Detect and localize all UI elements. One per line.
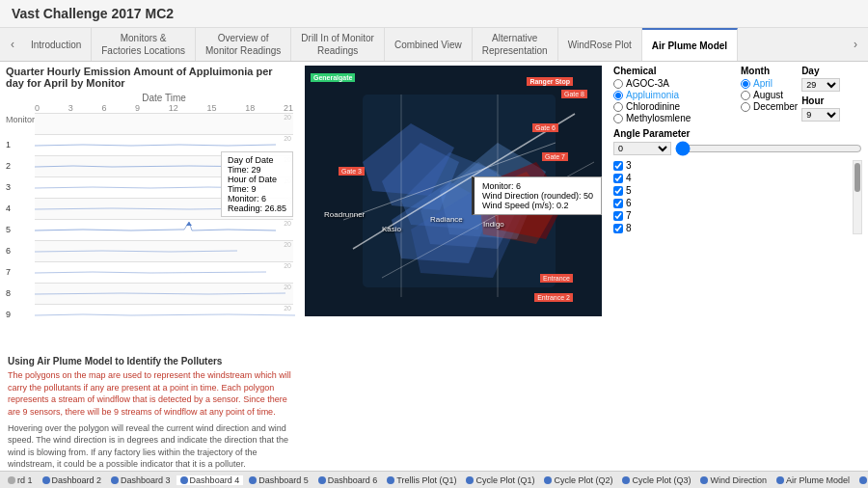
bottom-tab-dashboard6[interactable]: Dashboard 6 <box>314 475 382 485</box>
radio-methyl[interactable]: Methylosmlene <box>613 113 735 123</box>
tab-dot-d5 <box>249 476 257 484</box>
x-tick-15: 15 <box>207 103 217 113</box>
radio-chloro[interactable]: Chlorodinine <box>613 101 735 112</box>
radio-april-input[interactable] <box>741 79 750 89</box>
bottom-tab-dashboard3[interactable]: Dashboard 3 <box>107 475 175 485</box>
bottom-tab-air-plume[interactable]: Air Plume Model <box>773 475 854 485</box>
monitor-label-9: 9 <box>6 304 35 325</box>
description-panel: Using Air Plume Model to Identify the Po… <box>0 352 299 474</box>
bottom-tab-dashboard4[interactable]: Dashboard 4 <box>176 475 244 485</box>
bottom-tab-cycle-q3[interactable]: Cycle Plot (Q3) <box>618 475 694 485</box>
bottom-tab-rd1[interactable]: rd 1 <box>4 475 37 485</box>
radio-december-label: December <box>753 101 798 112</box>
tab-dot-d2 <box>42 476 50 484</box>
chart-plot-area: 20 20 20 <box>35 113 293 325</box>
monitor-8-checkbox[interactable] <box>613 224 623 233</box>
radio-methyl-input[interactable] <box>613 114 623 123</box>
tab-windrose[interactable]: WindRose Plot <box>558 28 642 61</box>
app-title: Vast Challenge 2017 MC2 <box>12 6 174 21</box>
radio-agoc-label: AGOC-3A <box>626 78 669 89</box>
monitor-3-checkbox[interactable] <box>613 161 623 171</box>
monitor-label-4: 4 <box>6 198 35 219</box>
monitor-check-6[interactable]: 6 <box>613 198 851 208</box>
monitor-4-checkbox[interactable] <box>613 174 623 183</box>
bottom-tab-trellis[interactable]: Trellis Plot (Q1) <box>383 475 460 485</box>
tab-label-trellis: Trellis Plot (Q1) <box>396 475 456 485</box>
map-tooltip-wind-speed: Wind Speed (m/s): 0.2 <box>482 201 593 210</box>
radio-appluimonia[interactable]: Appluimonia <box>613 90 735 100</box>
tab-dot-plume <box>776 476 784 484</box>
bottom-tab-dashboard2[interactable]: Dashboard 2 <box>39 475 106 485</box>
chart-line-5 <box>35 220 293 240</box>
chart-line-6 <box>35 241 293 261</box>
map-label-gate6: Gate 6 <box>532 123 558 132</box>
bottom-tab-story[interactable]: Story <box>855 475 868 485</box>
tab-introduction[interactable]: Introduction <box>21 28 92 61</box>
map-label-roadrunner: Roadrunner <box>324 210 365 219</box>
nav-next-arrow[interactable]: › <box>847 30 864 59</box>
monitor-label-5: 5 <box>6 219 35 240</box>
radio-april[interactable]: April <box>741 78 798 89</box>
x-tick-18: 18 <box>245 103 255 113</box>
hour-label: Hour <box>801 95 840 106</box>
day-hour-control: Day 29 1230 Hour 9 0110 <box>801 66 840 122</box>
bottom-tab-cycle-q2[interactable]: Cycle Plot (Q2) <box>540 475 616 485</box>
radio-december[interactable]: December <box>741 101 798 112</box>
tab-dot-wind <box>700 476 708 484</box>
controls-top-row: Chemical AGOC-3A Appluimonia Chlorodinin… <box>613 66 862 124</box>
monitors-scrollbar[interactable] <box>853 160 862 234</box>
chart-line-7 <box>35 262 293 283</box>
tab-monitors-factories[interactable]: Monitors &Factories Locations <box>92 28 196 61</box>
radio-august[interactable]: August <box>741 90 798 100</box>
monitor-col-header: Monitor <box>6 113 35 134</box>
radio-august-input[interactable] <box>741 91 750 100</box>
monitor-check-3[interactable]: 3 <box>613 160 851 171</box>
day-select[interactable]: 29 1230 <box>801 78 840 92</box>
tab-overview[interactable]: Overview ofMonitor Readings <box>196 28 291 61</box>
month-control: Month April August December <box>741 66 798 113</box>
map-label-radiance: Radiance <box>430 215 463 224</box>
monitor-6-checkbox[interactable] <box>613 199 623 208</box>
monitor-5-checkbox[interactable] <box>613 186 623 196</box>
map-label-indigo: Indigo <box>483 220 504 229</box>
monitor-check-7[interactable]: 7 <box>613 210 851 221</box>
tab-dot-cycle-q1 <box>466 476 474 484</box>
tab-dot-cycle-q2 <box>544 476 552 484</box>
nav-bar: ‹ Introduction Monitors &Factories Locat… <box>0 28 868 62</box>
nav-prev-arrow[interactable]: ‹ <box>4 30 21 59</box>
radio-agoc-input[interactable] <box>613 79 623 89</box>
x-tick-6: 6 <box>101 103 106 113</box>
map-label-kasio: Kasio <box>382 225 401 233</box>
bottom-tab-dashboard5[interactable]: Dashboard 5 <box>245 475 312 485</box>
map-container[interactable]: Generalgate Ranger Stop Gate 8 Gate 6 Ga… <box>305 66 602 316</box>
tab-drill-in[interactable]: Drill In of MonitorReadings <box>291 28 385 61</box>
monitor-check-4[interactable]: 4 <box>613 173 851 183</box>
radio-agoc[interactable]: AGOC-3A <box>613 78 735 89</box>
angle-slider[interactable] <box>675 141 862 156</box>
angle-select[interactable]: 0 4590 <box>613 142 671 155</box>
x-tick-21: 21 <box>284 103 293 113</box>
tab-alternative[interactable]: AlternativeRepresentation <box>473 28 558 61</box>
radio-chloro-label: Chlorodinine <box>626 101 680 112</box>
angle-label: Angle Parameter <box>613 128 862 139</box>
radio-chloro-input[interactable] <box>613 102 623 112</box>
monitor-check-8[interactable]: 8 <box>613 223 851 233</box>
monitor-label-8: 8 <box>6 283 35 304</box>
bottom-tab-wind[interactable]: Wind Direction <box>696 475 771 485</box>
tooltip-hour: Hour of Date <box>228 175 286 184</box>
map-label-entrance2: Entrance 2 <box>534 293 573 302</box>
tab-combined-view[interactable]: Combined View <box>385 28 473 61</box>
tab-label-cycle-q3: Cycle Plot (Q3) <box>632 475 691 485</box>
monitor-check-5[interactable]: 5 <box>613 185 851 196</box>
radio-december-input[interactable] <box>741 102 750 112</box>
description-text2: Hovering over the polygon will reveal th… <box>8 422 291 471</box>
radio-appluimonia-input[interactable] <box>613 91 623 100</box>
map-label-rangerstop: Ranger Stop <box>527 77 573 86</box>
monitor-7-checkbox[interactable] <box>613 211 623 221</box>
tab-air-plume[interactable]: Air Plume Model <box>642 28 738 61</box>
monitors-control-area: 3 4 5 6 7 8 <box>613 160 862 234</box>
map-label-entrance: Entrance <box>540 274 573 283</box>
bottom-tab-cycle-q1[interactable]: Cycle Plot (Q1) <box>462 475 538 485</box>
hour-select[interactable]: 9 0110 <box>801 108 840 122</box>
monitor-label-3: 3 <box>6 176 35 198</box>
